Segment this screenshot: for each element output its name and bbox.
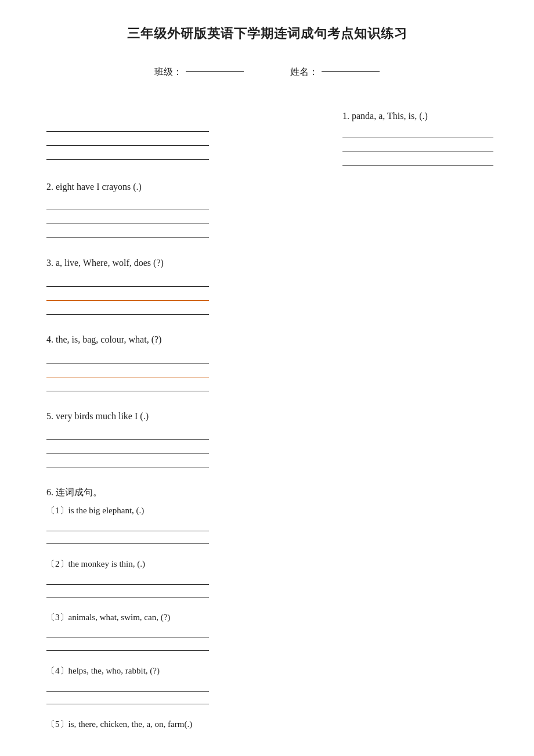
q3-answer-line-1 <box>46 274 209 287</box>
q6-5-prompt: 〔5〕is, there, chicken, the, a, on, farm(… <box>46 717 325 731</box>
q4-answer-line-1 <box>46 351 209 363</box>
q4-answer-line-2 <box>46 365 209 377</box>
q6-4-line-2 <box>46 693 209 704</box>
q5-answer-line-2 <box>46 441 209 453</box>
q5-answer-line-1 <box>46 427 209 440</box>
q1-answer-line-3 <box>46 147 209 160</box>
class-label: 班级： <box>154 64 182 80</box>
q4-prompt: 4. the, is, bag, colour, what, (?) <box>46 332 325 347</box>
q6-2-prompt: 〔2〕the monkey is thin, (.) <box>46 557 325 571</box>
q6-1-line-1 <box>46 520 209 531</box>
q1-right-line-1 <box>342 125 493 138</box>
q6-4-prompt: 〔4〕helps, the, who, rabbit, (?) <box>46 664 325 678</box>
q6-1-prompt: 〔1〕is the big elephant, (.) <box>46 503 325 517</box>
q1-right-line-2 <box>342 139 493 152</box>
q3-answer-line-2 <box>46 288 209 301</box>
q5-answer-line-3 <box>46 455 209 467</box>
class-underline <box>186 71 244 72</box>
q1-answer-line-2 <box>46 133 209 146</box>
q2-answer-line-2 <box>46 211 209 224</box>
q2-answer-line-3 <box>46 225 209 238</box>
q2-prompt: 2. eight have I crayons (.) <box>46 179 325 195</box>
q6-2-line-2 <box>46 586 209 597</box>
q6-3-line-1 <box>46 627 209 638</box>
q6-3-line-2 <box>46 639 209 651</box>
q6-3-prompt: 〔3〕animals, what, swim, can, (?) <box>46 610 325 624</box>
q1-answer-line-1 <box>46 119 209 132</box>
name-underline <box>322 71 380 72</box>
q6-header: 6. 连词成句。 <box>46 485 325 500</box>
q6-2-line-1 <box>46 573 209 585</box>
q5-prompt: 5. very birds much like I (.) <box>46 409 325 424</box>
q6-4-line-1 <box>46 680 209 692</box>
q3-prompt: 3. a, live, Where, wolf, does (?) <box>46 255 325 271</box>
page-title: 三年级外研版英语下学期连词成句考点知识练习 <box>46 23 488 44</box>
q4-answer-line-3 <box>46 379 209 391</box>
q6-1-line-2 <box>46 532 209 544</box>
q2-answer-line-1 <box>46 197 209 210</box>
q1-prompt: 1. panda, a, This, is, (.) <box>342 109 488 124</box>
name-label: 姓名： <box>290 64 318 80</box>
q3-answer-line-3 <box>46 302 209 315</box>
q1-right-line-3 <box>342 153 493 166</box>
